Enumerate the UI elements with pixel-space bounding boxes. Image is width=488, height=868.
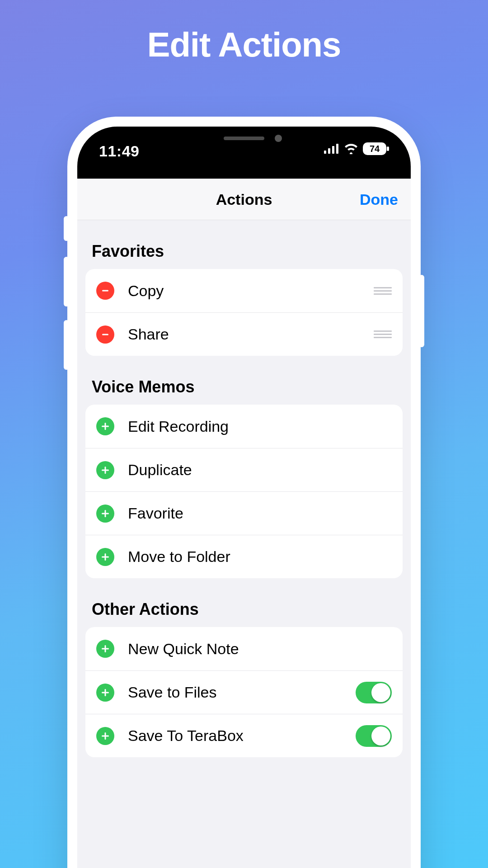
svg-rect-0: [324, 151, 326, 154]
hero-title: Edit Actions: [147, 25, 341, 64]
content-scroller[interactable]: Favorites Copy Share Voi: [77, 220, 411, 757]
svg-rect-8: [102, 334, 108, 335]
add-icon[interactable]: [96, 727, 114, 745]
other-row[interactable]: New Quick Note: [85, 627, 403, 670]
row-label: Share: [128, 326, 374, 343]
svg-rect-1: [328, 148, 330, 154]
favorites-card: Copy Share: [85, 269, 403, 356]
sheet-title: Actions: [216, 191, 272, 208]
phone-side-button: [64, 257, 69, 307]
favorite-row[interactable]: Share: [85, 312, 403, 356]
notch-speaker: [224, 137, 264, 140]
remove-icon[interactable]: [96, 282, 114, 300]
svg-rect-22: [102, 735, 109, 736]
svg-rect-16: [102, 556, 109, 557]
battery-icon: 74: [363, 142, 389, 155]
svg-rect-20: [102, 692, 109, 693]
svg-rect-18: [102, 648, 109, 650]
svg-text:74: 74: [370, 144, 380, 154]
add-icon[interactable]: [96, 684, 114, 702]
phone-screen: 11:49 74: [77, 127, 411, 868]
drag-handle-icon[interactable]: [374, 287, 392, 295]
section-header-voice-memos: Voice Memos: [77, 356, 411, 405]
phone-side-button: [419, 275, 424, 347]
row-label: Edit Recording: [128, 418, 392, 435]
svg-rect-12: [102, 469, 109, 471]
row-label: Save to Files: [128, 684, 356, 701]
drag-handle-icon[interactable]: [374, 330, 392, 338]
other-actions-card: New Quick Note Save to Files Save To Ter…: [85, 627, 403, 757]
voice-memo-row[interactable]: Move to Folder: [85, 535, 403, 578]
sheet-header: Actions Done: [77, 179, 411, 220]
voice-memo-row[interactable]: Duplicate: [85, 448, 403, 491]
svg-rect-2: [332, 146, 334, 154]
row-label: Duplicate: [128, 461, 392, 479]
svg-rect-3: [336, 144, 338, 154]
phone-side-button: [64, 320, 69, 370]
status-bar: 11:49 74: [77, 127, 411, 179]
svg-rect-10: [102, 426, 109, 427]
other-row[interactable]: Save to Files: [85, 670, 403, 714]
voice-memo-row[interactable]: Edit Recording: [85, 405, 403, 448]
add-icon[interactable]: [96, 417, 114, 435]
notch: [176, 127, 312, 154]
toggle-switch[interactable]: [356, 725, 392, 747]
row-label: Favorite: [128, 505, 392, 522]
add-icon[interactable]: [96, 548, 114, 566]
cellular-icon: [324, 144, 339, 154]
phone-side-button: [64, 216, 69, 241]
wifi-icon: [344, 143, 358, 154]
other-row[interactable]: Save To TeraBox: [85, 714, 403, 757]
status-time: 11:49: [99, 142, 139, 160]
status-right: 74: [324, 142, 389, 155]
voice-memos-card: Edit Recording Duplicate Favorite: [85, 405, 403, 578]
row-label: Move to Folder: [128, 548, 392, 566]
voice-memo-row[interactable]: Favorite: [85, 491, 403, 535]
add-icon[interactable]: [96, 640, 114, 658]
add-icon[interactable]: [96, 505, 114, 523]
favorite-row[interactable]: Copy: [85, 269, 403, 312]
row-label: Copy: [128, 282, 374, 300]
done-button[interactable]: Done: [360, 191, 398, 208]
svg-rect-14: [102, 513, 109, 514]
row-label: New Quick Note: [128, 640, 392, 658]
svg-rect-7: [102, 290, 108, 292]
remove-icon[interactable]: [96, 326, 114, 344]
row-label: Save To TeraBox: [128, 727, 356, 745]
svg-rect-5: [387, 146, 389, 151]
notch-camera: [275, 135, 282, 142]
add-icon[interactable]: [96, 461, 114, 479]
section-header-favorites: Favorites: [77, 220, 411, 269]
toggle-switch[interactable]: [356, 682, 392, 703]
phone-frame: 11:49 74: [67, 117, 421, 868]
section-header-other: Other Actions: [77, 578, 411, 627]
